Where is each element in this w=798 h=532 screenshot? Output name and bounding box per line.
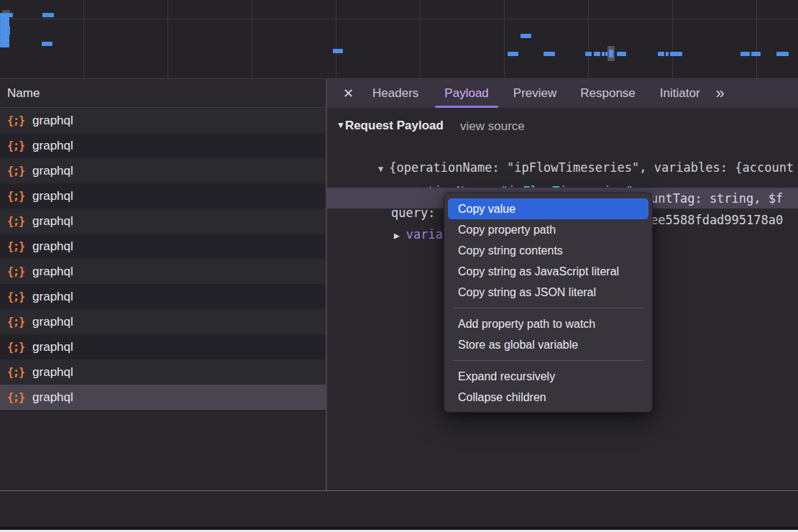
table-row[interactable]: {;}graphql bbox=[0, 284, 326, 309]
menu-divider bbox=[444, 355, 652, 366]
table-row[interactable]: {;}graphql bbox=[0, 183, 326, 208]
tab-preview[interactable]: Preview bbox=[513, 79, 556, 108]
variables-value-fragment: ee5588fdad995178a0 bbox=[651, 213, 783, 227]
request-name: graphql bbox=[32, 164, 73, 178]
waterfall-bar bbox=[740, 52, 750, 56]
waterfall-bar bbox=[333, 49, 343, 53]
waterfall-bar bbox=[594, 52, 600, 56]
detail-tabbar: ✕ Headers Payload Preview Response Initi… bbox=[327, 79, 798, 108]
menu-item-collapse-children[interactable]: Collapse children bbox=[448, 387, 648, 408]
json-braces-icon: {;} bbox=[7, 114, 24, 127]
waterfall-bar bbox=[658, 52, 664, 56]
waterfall-bar bbox=[508, 52, 518, 56]
request-name: graphql bbox=[32, 114, 73, 128]
table-row[interactable]: {;}graphql bbox=[0, 234, 326, 259]
json-braces-icon: {;} bbox=[7, 215, 24, 228]
menu-item-store-as-global-variable[interactable]: Store as global variable bbox=[448, 334, 648, 355]
json-braces-icon: {;} bbox=[7, 240, 24, 253]
json-braces-icon: {;} bbox=[7, 290, 24, 303]
table-row[interactable]: {;}graphql bbox=[0, 309, 326, 334]
request-list: {;}graphql {;}graphql {;}graphql {;}grap… bbox=[0, 108, 326, 490]
waterfall-bar bbox=[602, 52, 605, 56]
request-name: graphql bbox=[32, 189, 73, 203]
json-braces-icon: {;} bbox=[7, 165, 24, 178]
waterfall-bar bbox=[0, 43, 9, 47]
waterfall-bar bbox=[585, 52, 592, 56]
request-name: graphql bbox=[32, 139, 73, 153]
query-value-fragment: untTag: string, $f bbox=[651, 191, 783, 206]
menu-divider bbox=[444, 303, 652, 313]
request-name: graphql bbox=[32, 214, 73, 229]
tab-headers[interactable]: Headers bbox=[372, 79, 418, 108]
request-name: graphql bbox=[32, 315, 73, 329]
request-name: graphql bbox=[32, 390, 73, 405]
table-row[interactable]: {;}graphql bbox=[0, 259, 326, 284]
context-menu: Copy value Copy property path Copy strin… bbox=[444, 193, 653, 413]
network-overview-waterfall[interactable] bbox=[0, 0, 798, 79]
tab-initiator[interactable]: Initiator bbox=[660, 79, 700, 108]
json-braces-icon: {;} bbox=[7, 190, 24, 203]
waterfall-bar bbox=[617, 52, 626, 56]
tab-payload[interactable]: Payload bbox=[444, 79, 488, 108]
table-row[interactable]: {;}graphql bbox=[0, 208, 326, 234]
json-braces-icon: {;} bbox=[7, 265, 24, 278]
request-name: graphql bbox=[32, 340, 73, 354]
footer-area bbox=[0, 491, 798, 527]
request-name: graphql bbox=[32, 290, 73, 304]
waterfall-bar bbox=[751, 52, 761, 56]
request-name: graphql bbox=[32, 265, 73, 279]
json-braces-icon: {;} bbox=[7, 316, 24, 329]
more-tabs-icon[interactable]: » bbox=[716, 84, 723, 103]
expand-triangle-icon[interactable]: ▶ bbox=[394, 230, 400, 241]
waterfall-bar bbox=[609, 50, 613, 58]
menu-item-copy-value[interactable]: Copy value bbox=[448, 198, 648, 219]
menu-item-copy-property-path[interactable]: Copy property path bbox=[448, 219, 648, 240]
json-braces-icon: {;} bbox=[7, 139, 24, 152]
waterfall-bar bbox=[544, 52, 555, 56]
table-row-selected[interactable]: {;}graphql bbox=[0, 385, 326, 410]
menu-item-add-property-path-to-watch[interactable]: Add property path to watch bbox=[448, 313, 648, 334]
overview-gridline-horizontal bbox=[0, 19, 798, 19]
table-row[interactable]: {;}graphql bbox=[0, 334, 326, 359]
waterfall-bar bbox=[666, 52, 669, 56]
menu-item-expand-recursively[interactable]: Expand recursively bbox=[448, 366, 648, 387]
collapse-triangle-icon[interactable]: ▼ bbox=[336, 120, 345, 130]
table-row[interactable]: {;}graphql bbox=[0, 108, 326, 133]
table-row[interactable]: {;}graphql bbox=[0, 158, 326, 183]
json-braces-icon: {;} bbox=[7, 391, 24, 404]
close-icon[interactable]: ✕ bbox=[343, 86, 354, 101]
json-braces-icon: {;} bbox=[7, 341, 24, 354]
waterfall-bar bbox=[520, 34, 531, 38]
waterfall-bar bbox=[42, 13, 54, 17]
tab-response[interactable]: Response bbox=[580, 79, 636, 108]
menu-item-copy-string-contents[interactable]: Copy string contents bbox=[448, 240, 648, 261]
waterfall-bar bbox=[670, 52, 682, 56]
request-name: graphql bbox=[32, 239, 73, 254]
section-title: Request Payload bbox=[345, 119, 444, 132]
request-name: graphql bbox=[32, 365, 73, 380]
json-braces-icon: {;} bbox=[7, 366, 24, 379]
menu-item-copy-string-json-literal[interactable]: Copy string as JSON literal bbox=[448, 282, 648, 303]
column-header-name[interactable]: Name bbox=[0, 79, 326, 108]
table-row[interactable]: {;}graphql bbox=[0, 133, 326, 158]
request-payload-section[interactable]: ▼Request Payload bbox=[336, 119, 444, 133]
view-source-link[interactable]: view source bbox=[460, 119, 525, 134]
menu-item-copy-string-js-literal[interactable]: Copy string as JavaScript literal bbox=[448, 261, 648, 282]
waterfall-bar bbox=[776, 52, 789, 56]
waterfall-bar bbox=[42, 42, 52, 46]
table-row[interactable]: {;}graphql bbox=[0, 359, 326, 385]
